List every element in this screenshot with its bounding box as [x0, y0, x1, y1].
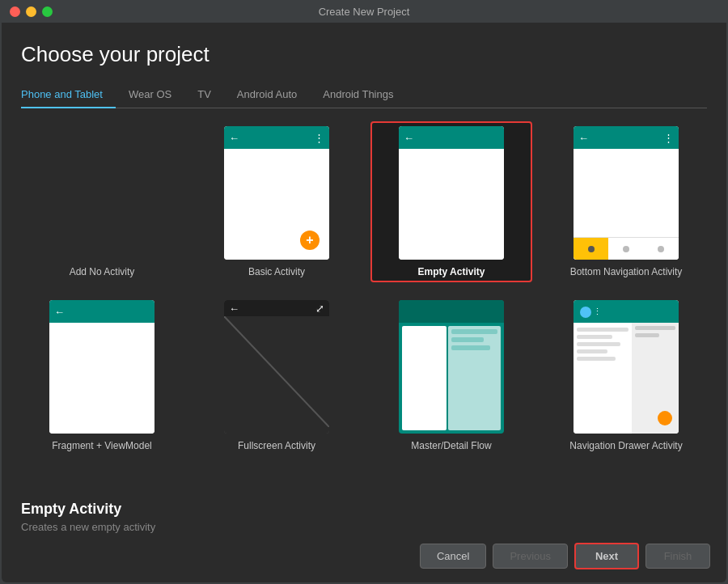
card-basic-activity[interactable]: ← ⋮ + Basic Activity — [196, 121, 358, 282]
card-master-detail[interactable]: Master/Detail Flow — [370, 295, 532, 456]
footer: Cancel Previous Next Finish — [2, 533, 726, 582]
tab-tv[interactable]: TV — [184, 82, 224, 108]
no-activity-preview — [49, 126, 154, 260]
empty-activity-preview: ← — [399, 126, 504, 260]
window-title: Create New Project — [319, 6, 410, 18]
more-icon: ⋮ — [663, 132, 674, 144]
card-label-empty-activity: Empty Activity — [418, 266, 485, 277]
tab-wear-os[interactable]: Wear OS — [116, 82, 184, 108]
navigation-drawer-preview: ⋮ — [574, 300, 679, 434]
back-arrow-icon: ← — [578, 132, 589, 144]
maximize-button[interactable] — [42, 6, 53, 17]
expand-icon: ← — [229, 303, 239, 315]
card-fullscreen[interactable]: ← ⤢ Fullscreen Activity — [196, 295, 358, 456]
main-window: Choose your project Phone and Tablet Wea… — [2, 23, 726, 582]
diagonal-line — [224, 316, 329, 427]
card-label-fullscreen: Fullscreen Activity — [238, 440, 315, 451]
card-bottom-navigation[interactable]: ← ⋮ — [545, 121, 707, 282]
finish-button[interactable]: Finish — [645, 544, 710, 569]
more-icon: ⋮ — [314, 132, 324, 144]
fragment-viewmodel-preview: ← — [49, 300, 154, 434]
card-empty-activity[interactable]: ← Empty Activity — [370, 121, 532, 282]
card-label-bottom-navigation: Bottom Navigation Activity — [570, 266, 683, 277]
activity-grid: Add No Activity ← ⋮ + Basic Activity — [21, 121, 707, 456]
bottom-navigation-preview: ← ⋮ — [574, 126, 679, 260]
tab-android-auto[interactable]: Android Auto — [224, 82, 310, 108]
next-button[interactable]: Next — [574, 543, 639, 569]
card-label-master-detail: Master/Detail Flow — [411, 440, 491, 451]
tab-phone-tablet[interactable]: Phone and Tablet — [21, 82, 116, 108]
back-arrow-icon: ← — [404, 132, 414, 144]
minimize-button[interactable] — [26, 6, 36, 17]
card-label-navigation-drawer: Navigation Drawer Activity — [569, 440, 682, 451]
selected-activity-name: Empty Activity — [21, 501, 707, 518]
back-icon: ← — [54, 306, 65, 318]
master-detail-preview — [399, 300, 504, 434]
more-icon: ⋮ — [593, 307, 602, 317]
page-title: Choose your project — [21, 42, 707, 67]
card-label-fragment-viewmodel: Fragment + ViewModel — [52, 440, 152, 451]
window-controls — [10, 6, 53, 17]
cancel-button[interactable]: Cancel — [420, 544, 486, 569]
selected-activity-info: Empty Activity Creates a new empty activ… — [2, 491, 726, 533]
previous-button[interactable]: Previous — [493, 544, 568, 569]
card-label-basic-activity: Basic Activity — [248, 266, 305, 277]
nav-drawer-fab — [658, 411, 672, 425]
back-arrow-icon: ← — [229, 132, 239, 144]
activity-grid-container: Add No Activity ← ⋮ + Basic Activity — [2, 108, 726, 491]
card-add-no-activity[interactable]: Add No Activity — [21, 121, 183, 282]
basic-activity-preview: ← ⋮ + — [224, 126, 329, 260]
card-fragment-viewmodel[interactable]: ← Fragment + ViewModel — [21, 295, 183, 456]
fab-icon: + — [300, 231, 320, 250]
fullscreen-icon: ⤢ — [315, 303, 324, 315]
titlebar: Create New Project — [0, 0, 728, 23]
svg-line-0 — [224, 316, 329, 427]
selected-activity-description: Creates a new empty activity — [21, 521, 707, 533]
close-button[interactable] — [10, 6, 20, 17]
page-header: Choose your project Phone and Tablet Wea… — [2, 23, 726, 108]
tab-bar: Phone and Tablet Wear OS TV Android Auto… — [21, 82, 707, 108]
tab-android-things[interactable]: Android Things — [310, 82, 406, 108]
fullscreen-preview: ← ⤢ — [224, 300, 329, 434]
nav-dot — [580, 307, 591, 318]
card-navigation-drawer[interactable]: ⋮ — [545, 295, 707, 456]
card-label-add-no-activity: Add No Activity — [70, 266, 135, 277]
